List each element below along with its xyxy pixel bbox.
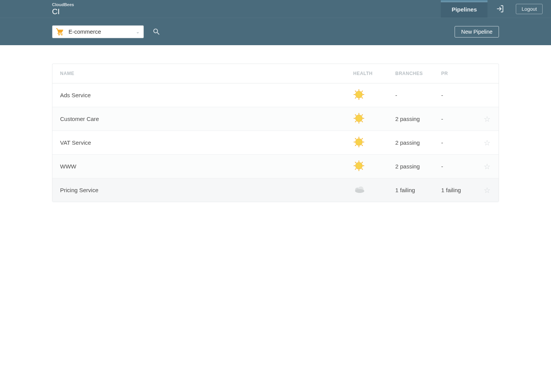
col-header-name[interactable]: NAME xyxy=(52,64,346,83)
cell-health xyxy=(346,83,388,107)
content: NAME HEALTH BRANCHES PR Ads Service--Cus… xyxy=(0,45,551,220)
cell-health xyxy=(346,107,388,131)
nav-tab-pipelines[interactable]: Pipelines xyxy=(441,0,487,18)
table-row[interactable]: Pricing Service1 failing1 failing☆ xyxy=(52,178,499,202)
cell-pr: - xyxy=(434,131,476,155)
cell-health xyxy=(346,131,388,155)
sub-header: E-commerce ⌄ New Pipeline xyxy=(0,18,551,45)
cell-name: VAT Service xyxy=(52,131,346,155)
col-header-branches[interactable]: BRANCHES xyxy=(388,64,434,83)
cell-favorite xyxy=(476,83,499,107)
pipelines-table: NAME HEALTH BRANCHES PR Ads Service--Cus… xyxy=(52,64,499,202)
cell-branches: 2 passing xyxy=(388,155,434,178)
shopping-cart-icon xyxy=(55,27,65,36)
star-icon[interactable]: ☆ xyxy=(484,162,491,171)
cell-pr: - xyxy=(434,107,476,131)
chevron-down-icon: ⌄ xyxy=(136,29,140,34)
logout-label: Logout xyxy=(522,6,537,12)
cell-health xyxy=(346,155,388,178)
table-row[interactable]: WWW2 passing-☆ xyxy=(52,155,499,178)
cell-favorite: ☆ xyxy=(476,107,499,131)
weather-sunny-icon xyxy=(353,89,365,100)
cell-name: Ads Service xyxy=(52,83,346,107)
admin-link[interactable] xyxy=(487,0,513,18)
table-row[interactable]: VAT Service2 passing-☆ xyxy=(52,131,499,155)
col-header-pr[interactable]: PR xyxy=(434,64,476,83)
table-row[interactable]: Customer Care2 passing-☆ xyxy=(52,107,499,131)
col-header-health[interactable]: HEALTH xyxy=(346,64,388,83)
project-selector[interactable]: E-commerce ⌄ xyxy=(52,25,144,38)
new-pipeline-button[interactable]: New Pipeline xyxy=(455,26,499,38)
star-icon[interactable]: ☆ xyxy=(484,139,491,147)
cell-health xyxy=(346,178,388,202)
svg-point-0 xyxy=(59,34,60,35)
cell-name: WWW xyxy=(52,155,346,178)
cell-favorite: ☆ xyxy=(476,178,499,202)
nav-tab-pipelines-label: Pipelines xyxy=(452,6,477,13)
project-name: E-commerce xyxy=(68,28,136,35)
cell-name: Customer Care xyxy=(52,107,346,131)
cell-branches: 2 passing xyxy=(388,107,434,131)
brand-bottom: CI xyxy=(52,8,74,15)
cell-favorite: ☆ xyxy=(476,155,499,178)
search-icon xyxy=(152,28,161,36)
weather-cloud-icon xyxy=(353,184,365,195)
brand: CloudBees CI xyxy=(52,3,74,15)
cell-pr: 1 failing xyxy=(434,178,476,202)
weather-sunny-icon xyxy=(353,113,365,124)
table-header-row: NAME HEALTH BRANCHES PR xyxy=(52,64,499,83)
logout-button[interactable]: Logout xyxy=(516,4,543,14)
table-row[interactable]: Ads Service-- xyxy=(52,83,499,107)
col-header-star xyxy=(476,64,499,83)
star-icon[interactable]: ☆ xyxy=(484,115,491,123)
brand-top: CloudBees xyxy=(52,3,74,7)
cell-pr: - xyxy=(434,83,476,107)
cell-branches: 2 passing xyxy=(388,131,434,155)
cell-favorite: ☆ xyxy=(476,131,499,155)
weather-sunny-icon xyxy=(353,160,365,172)
top-header: CloudBees CI Pipelines Logout xyxy=(0,0,551,18)
cell-name: Pricing Service xyxy=(52,178,346,202)
new-pipeline-label: New Pipeline xyxy=(461,29,492,35)
star-icon[interactable]: ☆ xyxy=(484,186,491,194)
cell-branches: 1 failing xyxy=(388,178,434,202)
cell-pr: - xyxy=(434,155,476,178)
cell-branches: - xyxy=(388,83,434,107)
weather-sunny-icon xyxy=(353,136,365,148)
exit-to-app-icon xyxy=(496,5,504,13)
header-right: Pipelines Logout xyxy=(441,0,551,18)
svg-point-1 xyxy=(61,34,62,35)
search-button[interactable] xyxy=(152,28,161,36)
